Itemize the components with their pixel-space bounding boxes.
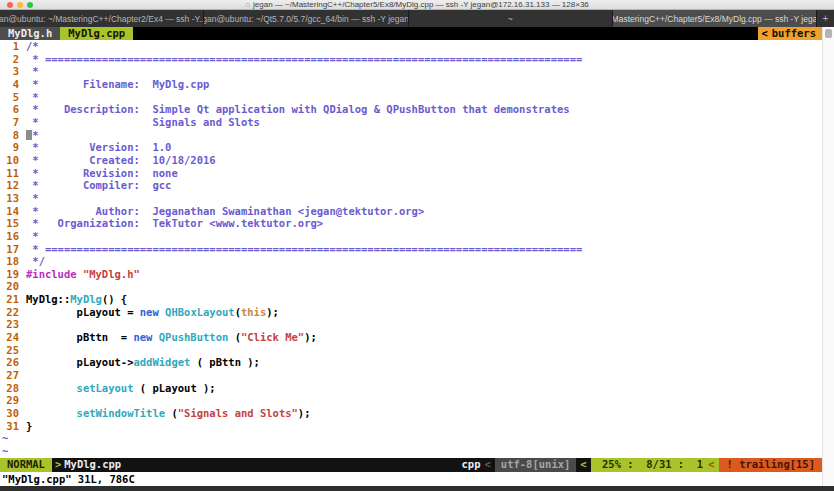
line-number: 26 — [0, 356, 19, 369]
powerline-left-arrow-icon: < — [576, 458, 590, 472]
code-line[interactable]: 30 setWindowTitle ("Signals and Slots"); — [0, 407, 822, 420]
code-text: * Organization: TekTutor <www.tektutor.o… — [26, 217, 822, 230]
line-number: 17 — [0, 243, 19, 256]
code-text: * ======================================… — [26, 53, 822, 66]
code-line[interactable]: 2 * ====================================… — [0, 53, 822, 66]
code-line[interactable]: 15 * Organization: TekTutor <www.tektuto… — [0, 217, 822, 230]
code-line[interactable]: 22 pLayout = new QHBoxLayout(this); — [0, 306, 822, 319]
code-line[interactable]: 4 * Filename: MyDlg.cpp — [0, 78, 822, 91]
statusline-filename: MyDlg.cpp — [64, 458, 121, 472]
code-text: * Revision: none — [26, 167, 822, 180]
code-text — [26, 280, 822, 293]
code-text: /* — [26, 40, 822, 53]
code-line[interactable]: 29 — [0, 394, 822, 407]
line-number: 8 — [0, 129, 19, 142]
scrollbar[interactable] — [822, 27, 834, 486]
code-line[interactable]: 6 * Description: Simple Qt application w… — [0, 103, 822, 116]
line-number: 24 — [0, 331, 19, 344]
vim-buffer-tab-mydlg-h[interactable]: MyDlg.h — [0, 27, 60, 40]
line-number: 29 — [0, 394, 19, 407]
text-cursor — [26, 130, 32, 141]
code-line[interactable]: 24 pBttn = new QPushButton ("Click Me"); — [0, 331, 822, 344]
line-number: 2 — [0, 53, 19, 66]
code-line[interactable]: 26 pLayout->addWidget ( pBttn ); — [0, 356, 822, 369]
code-text: * Compiler: gcc — [26, 179, 822, 192]
line-number: 31 — [0, 420, 19, 433]
code-text: MyDlg::MyDlg() { — [26, 293, 822, 306]
statusline-position: 25% : 8/31 : 1< — [591, 458, 720, 472]
line-number: 28 — [0, 382, 19, 395]
line-number: 20 — [0, 280, 19, 293]
code-text: pLayout->addWidget ( pBttn ); — [26, 356, 822, 369]
code-line[interactable]: 3 * — [0, 65, 822, 78]
vim-editor: MyDlg.hMyDlg.cpp <buffers 1/*2 * =======… — [0, 27, 822, 491]
code-line[interactable]: 7 * Signals and Slots — [0, 116, 822, 129]
zoom-button[interactable] — [27, 2, 33, 8]
code-text: * Filename: MyDlg.cpp — [26, 78, 822, 91]
code-line[interactable]: 27 — [0, 369, 822, 382]
code-line[interactable]: 17 * ===================================… — [0, 243, 822, 256]
line-number: 1 — [0, 40, 19, 53]
code-line[interactable]: 12 * Compiler: gcc — [0, 179, 822, 192]
code-line[interactable]: 5 * — [0, 91, 822, 104]
statusline-warning-badge: ! trailing[15] — [719, 458, 822, 472]
code-line[interactable]: 28 setLayout ( pLayout ); — [0, 382, 822, 395]
line-number: 4 — [0, 78, 19, 91]
line-number: 3 — [0, 65, 19, 78]
code-line[interactable]: 8 * — [0, 129, 822, 142]
statusline-encoding: utf-8[unix] — [495, 458, 577, 472]
statusline-fill — [121, 458, 461, 472]
vim-statusline: NORMAL > MyDlg.cpp cpp < utf-8[unix] < 2… — [0, 458, 822, 472]
powerline-left-arrow-icon: < — [480, 458, 494, 472]
terminal-tab-2[interactable]: jegan@ubuntu: ~/Qt5.7.0/5.7/gcc_64/bin —… — [204, 10, 408, 27]
code-line[interactable]: 9 * Version: 1.0 — [0, 141, 822, 154]
code-text: setLayout ( pLayout ); — [26, 382, 822, 395]
code-line[interactable]: 19#include "MyDlg.h" — [0, 268, 822, 281]
code-text — [26, 394, 822, 407]
code-line[interactable]: 18 */ — [0, 255, 822, 268]
code-line[interactable]: 21MyDlg::MyDlg() { — [0, 293, 822, 306]
new-tab-button[interactable]: + — [817, 10, 834, 27]
buffers-label: <buffers — [758, 27, 822, 40]
empty-buffer-tilde: ~ — [0, 445, 822, 458]
vim-buffer-line: MyDlg.hMyDlg.cpp <buffers — [0, 27, 822, 40]
code-line[interactable]: 25 — [0, 344, 822, 357]
empty-buffer-tilde: ~ — [0, 432, 822, 445]
code-line[interactable]: 13 * — [0, 192, 822, 205]
code-text — [26, 318, 822, 331]
code-text: pLayout = new QHBoxLayout(this); — [26, 306, 822, 319]
line-number: 12 — [0, 179, 19, 192]
code-line[interactable]: 31} — [0, 420, 822, 433]
line-number: 18 — [0, 255, 19, 268]
terminal-tab-4[interactable]: ~/MasteringC++/Chapter5/Ex8/MyDlg.cpp — … — [613, 10, 817, 27]
folder-proxy-icon: ⌂ — [245, 0, 250, 9]
code-line[interactable]: 16 * — [0, 230, 822, 243]
code-line[interactable]: 23 — [0, 318, 822, 331]
window-title-text: jegan — ~/MasteringC++/Chapter5/Ex8/MyDl… — [253, 0, 589, 9]
vim-command-line[interactable]: "MyDlg.cpp" 31L, 786C — [0, 472, 822, 487]
close-button[interactable] — [7, 2, 13, 8]
code-line[interactable]: 10 * Created: 10/18/2016 — [0, 154, 822, 167]
line-number: 6 — [0, 103, 19, 116]
minimize-button[interactable] — [17, 2, 23, 8]
code-text: * — [26, 65, 822, 78]
line-number: 21 — [0, 293, 19, 306]
line-number: 9 — [0, 141, 19, 154]
code-text: } — [26, 420, 822, 433]
code-line[interactable]: 1/* — [0, 40, 822, 53]
code-line[interactable]: 11 * Revision: none — [0, 167, 822, 180]
statusline-filetype: cpp — [462, 458, 481, 472]
line-number: 15 — [0, 217, 19, 230]
code-text: setWindowTitle ("Signals and Slots"); — [26, 407, 822, 420]
line-number: 30 — [0, 407, 19, 420]
code-text: * — [26, 192, 822, 205]
terminal-tab-1[interactable]: jegan@ubuntu: ~/MasteringC++/Chapter2/Ex… — [0, 10, 204, 27]
code-text: * — [26, 129, 822, 142]
line-number: 23 — [0, 318, 19, 331]
code-line[interactable]: 20 — [0, 280, 822, 293]
terminal-tab-3[interactable]: ~ — [409, 10, 613, 27]
code-area[interactable]: 1/*2 * =================================… — [0, 40, 822, 458]
vim-buffer-tab-mydlg-cpp[interactable]: MyDlg.cpp — [60, 27, 133, 40]
scrollbar-thumb[interactable] — [825, 29, 832, 38]
code-line[interactable]: 14 * Author: Jeganathan Swaminathan <jeg… — [0, 205, 822, 218]
